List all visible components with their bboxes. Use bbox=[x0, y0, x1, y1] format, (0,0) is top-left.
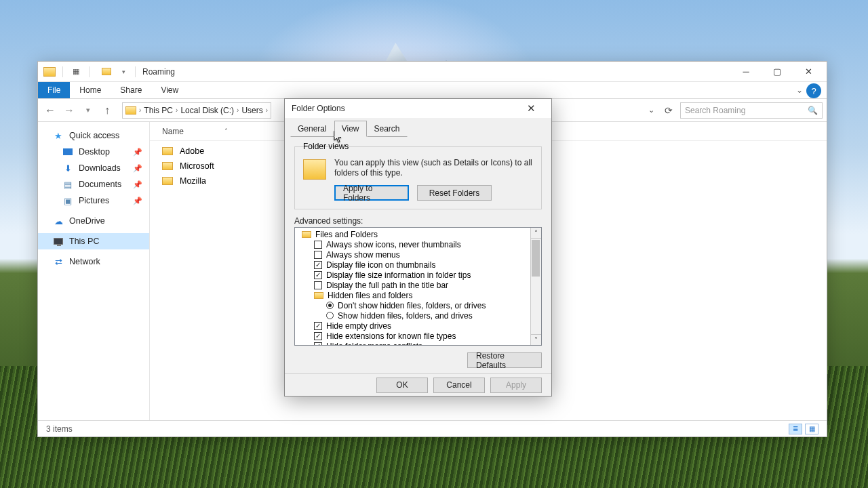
tree-group-hidden[interactable]: Hidden files and folders bbox=[299, 290, 540, 300]
sidebar-item-downloads[interactable]: ⬇ Downloads 📌 bbox=[38, 160, 149, 176]
refresh-icon[interactable]: ⟳ bbox=[663, 105, 675, 116]
qat-properties-icon[interactable]: ▦ bbox=[73, 67, 79, 76]
tab-view[interactable]: View bbox=[334, 121, 367, 137]
restore-defaults-button[interactable]: Restore Defaults bbox=[467, 352, 542, 368]
breadcrumb-segment: Local Disk (C:)› bbox=[180, 106, 239, 115]
advanced-settings-tree[interactable]: Files and Folders Always show icons, nev… bbox=[294, 227, 542, 346]
address-dropdown-icon[interactable]: ⌄ bbox=[645, 106, 657, 115]
ribbon-tab-view[interactable]: View bbox=[151, 82, 188, 98]
sidebar-item-this-pc[interactable]: This PC bbox=[38, 233, 149, 249]
tree-option[interactable]: Don't show hidden files, folders, or dri… bbox=[299, 300, 540, 310]
tree-option[interactable]: Show hidden files, folders, and drives bbox=[299, 310, 540, 321]
tree-option[interactable]: Display file icon on thumbnails bbox=[299, 260, 540, 270]
qat-open-icon[interactable] bbox=[102, 68, 111, 75]
help-icon[interactable]: ? bbox=[806, 83, 821, 98]
apply-to-folders-button[interactable]: Apply to Folders bbox=[334, 185, 409, 201]
desktop-icon bbox=[63, 148, 73, 155]
dialog-titlebar[interactable]: Folder Options ✕ bbox=[285, 99, 551, 118]
sidebar-item-label: Documents bbox=[79, 180, 121, 189]
chevron-right-icon[interactable]: › bbox=[237, 106, 239, 114]
tree-option[interactable]: Hide extensions for known file types bbox=[299, 331, 540, 341]
ribbon-tab-file[interactable]: File bbox=[38, 82, 70, 98]
chevron-right-icon[interactable]: › bbox=[139, 106, 141, 114]
dialog-footer: OK Cancel Apply bbox=[285, 373, 551, 396]
checkbox[interactable] bbox=[314, 261, 322, 269]
file-name: Mozilla bbox=[180, 176, 206, 186]
sidebar-item-desktop[interactable]: Desktop 📌 bbox=[38, 144, 149, 160]
reset-folders-button[interactable]: Reset Folders bbox=[417, 185, 492, 201]
checkbox[interactable] bbox=[314, 241, 322, 249]
checkbox[interactable] bbox=[314, 251, 322, 259]
sidebar-item-network[interactable]: ⇄ Network bbox=[38, 253, 149, 270]
tree-option[interactable]: Always show menus bbox=[299, 249, 540, 260]
navigation-pane[interactable]: ★ Quick access Desktop 📌 ⬇ Downloads 📌 ▤… bbox=[38, 122, 150, 420]
tab-general[interactable]: General bbox=[290, 121, 334, 137]
folder-views-group: Folder views You can apply this view (su… bbox=[294, 146, 542, 209]
file-name: Microsoft bbox=[180, 161, 214, 171]
titlebar[interactable]: ▦ ▾ Roaming ─ ▢ ✕ bbox=[38, 62, 827, 82]
breadcrumb[interactable]: › This PC› Local Disk (C:)› Users› bbox=[122, 102, 271, 119]
view-icons-button[interactable]: ▦ bbox=[805, 424, 818, 434]
sidebar-item-pictures[interactable]: ▣ Pictures 📌 bbox=[38, 192, 149, 209]
chevron-right-icon[interactable]: › bbox=[176, 106, 178, 114]
column-name[interactable]: Name bbox=[162, 127, 184, 136]
tree-option[interactable]: Hide empty drives bbox=[299, 321, 540, 331]
tree-label: Always show icons, never thumbnails bbox=[326, 240, 461, 249]
tree-option[interactable]: Always show icons, never thumbnails bbox=[299, 239, 540, 249]
qat-dropdown-icon[interactable]: ▾ bbox=[122, 68, 125, 75]
dialog-close-button[interactable]: ✕ bbox=[517, 99, 545, 118]
separator bbox=[135, 66, 136, 77]
sidebar-item-onedrive[interactable]: ☁ OneDrive bbox=[38, 213, 149, 229]
folder-options-dialog: Folder Options ✕ General View Search Fol… bbox=[284, 98, 552, 396]
separator bbox=[89, 66, 90, 77]
pin-icon: 📌 bbox=[133, 197, 142, 205]
nav-up-button[interactable]: ↑ bbox=[99, 102, 115, 119]
folder-icon bbox=[303, 159, 326, 180]
checkbox[interactable] bbox=[314, 322, 322, 330]
cancel-button[interactable]: Cancel bbox=[433, 378, 485, 393]
sidebar-item-documents[interactable]: ▤ Documents 📌 bbox=[38, 176, 149, 192]
separator bbox=[62, 66, 63, 77]
quick-access-toolbar[interactable]: ▦ ▾ bbox=[60, 66, 138, 77]
status-bar: 3 items ≣ ▦ bbox=[38, 420, 827, 436]
chevron-right-icon[interactable]: › bbox=[266, 106, 268, 114]
tree-option[interactable]: Display the full path in the title bar bbox=[299, 280, 540, 290]
scroll-up-button[interactable]: ˄ bbox=[530, 228, 541, 239]
tree-group-files-folders[interactable]: Files and Folders bbox=[299, 229, 540, 239]
network-icon: ⇄ bbox=[53, 256, 64, 267]
nav-forward-button[interactable]: → bbox=[61, 102, 77, 119]
sidebar-item-quick-access[interactable]: ★ Quick access bbox=[38, 127, 149, 144]
ribbon-tab-home[interactable]: Home bbox=[70, 82, 111, 98]
window-title: Roaming bbox=[142, 67, 175, 77]
radio[interactable] bbox=[326, 312, 334, 319]
ribbon-tab-share[interactable]: Share bbox=[111, 82, 151, 98]
search-input[interactable]: Search Roaming 🔍 bbox=[680, 102, 823, 119]
tab-search[interactable]: Search bbox=[367, 121, 408, 137]
tree-label: Hide folder merge conflicts bbox=[326, 342, 422, 346]
radio[interactable] bbox=[326, 302, 334, 309]
checkbox[interactable] bbox=[314, 332, 322, 340]
dialog-tabs: General View Search bbox=[285, 118, 551, 137]
tree-option[interactable]: Hide folder merge conflicts bbox=[299, 341, 540, 346]
star-icon: ★ bbox=[53, 130, 64, 141]
apply-button[interactable]: Apply bbox=[490, 378, 542, 393]
pictures-icon: ▣ bbox=[62, 195, 73, 206]
tree-option[interactable]: Display file size information in folder … bbox=[299, 270, 540, 280]
ok-button[interactable]: OK bbox=[376, 378, 428, 393]
ribbon-collapse-chevron-icon[interactable]: ⌄ bbox=[793, 82, 806, 98]
advanced-settings-label: Advanced settings: bbox=[294, 216, 542, 226]
close-button[interactable]: ✕ bbox=[793, 62, 824, 82]
nav-recent-dropdown[interactable]: ▾ bbox=[80, 102, 96, 119]
minimize-button[interactable]: ─ bbox=[730, 62, 762, 82]
scroll-down-button[interactable]: ˅ bbox=[530, 334, 541, 345]
view-details-button[interactable]: ≣ bbox=[789, 424, 802, 434]
scrollbar-thumb[interactable] bbox=[532, 240, 540, 277]
folder-icon bbox=[162, 177, 173, 185]
maximize-button[interactable]: ▢ bbox=[762, 62, 793, 82]
checkbox[interactable] bbox=[314, 271, 322, 279]
checkbox[interactable] bbox=[314, 281, 322, 289]
nav-back-button[interactable]: ← bbox=[42, 102, 58, 119]
tree-label: Display file size information in folder … bbox=[326, 270, 471, 280]
checkbox[interactable] bbox=[314, 342, 322, 346]
cloud-icon: ☁ bbox=[53, 216, 64, 226]
